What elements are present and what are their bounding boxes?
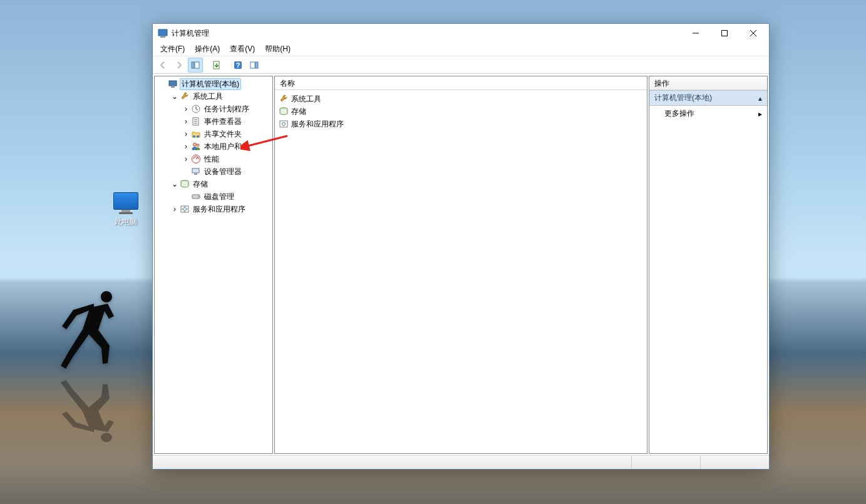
device-manager-icon [191,167,201,177]
collapse-icon[interactable]: ⌄ [170,92,180,101]
expand-icon[interactable]: › [181,105,191,113]
computer-management-window: 计算机管理 文件(F) 操作(A) 查看(V) 帮助(H) ? [152,23,770,470]
chevron-right-icon: ▸ [758,110,762,118]
computer-icon [168,79,178,89]
menubar: 文件(F) 操作(A) 查看(V) 帮助(H) [153,43,769,56]
desktop-icon-label: 此电脑 [110,217,142,227]
svg-point-22 [193,143,196,146]
svg-rect-12 [255,62,258,68]
titlebar[interactable]: 计算机管理 [153,24,769,43]
wallpaper-runner-silhouette [50,282,125,382]
list-item[interactable]: 服务和应用程序 [279,118,643,130]
app-icon [158,28,168,38]
users-icon [191,141,201,152]
list-item-label: 系统工具 [291,94,321,105]
statusbar [153,455,769,469]
window-body: ▾ 计算机管理(本地) ⌄ 系统工具 › 任务计划程序 [153,74,769,455]
navigation-tree-pane[interactable]: ▾ 计算机管理(本地) ⌄ 系统工具 › 任务计划程序 [154,76,273,454]
svg-rect-13 [169,81,177,86]
menu-help[interactable]: 帮助(H) [260,43,296,56]
tree-disk-management[interactable]: › 磁盘管理 [155,190,272,203]
svg-rect-34 [280,121,287,127]
clock-icon [191,104,201,114]
wrench-icon [180,91,190,101]
svg-point-21 [197,135,199,138]
tree-event-viewer[interactable]: › 事件查看器 [155,115,272,128]
tree-local-users-and-groups[interactable]: › 本地用户和组 [155,140,272,153]
minimize-button[interactable] [681,24,710,43]
export-list-button[interactable] [209,58,224,73]
expand-icon[interactable]: › [170,205,180,213]
collapse-icon[interactable]: ⌄ [170,180,180,188]
show-hide-tree-button[interactable] [188,58,203,73]
menu-action[interactable]: 操作(A) [190,43,225,56]
list-item[interactable]: 存储 [279,105,643,118]
actions-header: 操作 [649,76,767,90]
tree-storage[interactable]: ⌄ 存储 [155,178,272,190]
svg-rect-0 [158,29,167,36]
close-button[interactable] [739,24,768,43]
svg-point-23 [197,144,199,147]
show-hide-action-pane-button[interactable] [247,58,262,73]
expand-icon[interactable]: › [181,130,191,138]
tree-system-tools[interactable]: ⌄ 系统工具 [155,90,272,103]
monitor-icon [113,192,138,210]
expand-icon[interactable]: › [181,142,191,151]
help-button[interactable]: ? [230,58,245,73]
list-item-label: 服务和应用程序 [291,119,344,130]
services-icon [279,119,289,129]
shared-folder-icon [191,129,201,139]
svg-rect-6 [192,62,194,68]
tree-shared-folders[interactable]: › 共享文件夹 [155,128,272,140]
svg-rect-11 [250,62,255,68]
svg-rect-26 [192,168,199,173]
wrench-icon [279,94,289,104]
list-item[interactable]: 系统工具 [279,93,643,105]
actions-section-header[interactable]: 计算机管理(本地) ▴ [649,90,767,106]
forward-button[interactable] [172,58,187,73]
actions-pane: 操作 计算机管理(本地) ▴ 更多操作 ▸ [649,76,768,454]
wallpaper-runner-reflection [50,389,125,450]
status-cell [700,456,769,469]
disk-icon [191,192,201,202]
svg-rect-1 [160,36,165,38]
event-log-icon [191,116,201,126]
details-pane[interactable]: 名称 系统工具 存储 服务和应用程序 [274,76,647,454]
list-item-label: 存储 [291,106,306,117]
tree-services-and-applications[interactable]: › 服务和应用程序 [155,203,272,215]
tree-task-scheduler[interactable]: › 任务计划程序 [155,103,272,115]
toolbar: ? [153,56,769,74]
svg-rect-3 [722,31,728,36]
services-icon [180,204,190,214]
window-title: 计算机管理 [172,28,209,39]
svg-rect-14 [171,86,175,88]
performance-icon [191,154,201,164]
tree-label: 计算机管理(本地) [180,78,241,90]
column-header-name[interactable]: 名称 [275,76,647,90]
expand-icon[interactable]: › [181,117,191,126]
tree-device-manager[interactable]: › 设备管理器 [155,165,272,178]
svg-text:?: ? [236,61,240,69]
svg-rect-7 [195,62,199,68]
svg-rect-27 [194,173,197,175]
storage-icon [180,179,190,189]
desktop-background: 此电脑 计算机管理 文件(F) 操作(A) 查看(V) 帮助(H) [0,0,866,504]
actions-more[interactable]: 更多操作 ▸ [649,106,767,121]
expand-icon[interactable]: › [181,155,191,163]
tree-performance[interactable]: › 性能 [155,153,272,165]
svg-point-30 [198,196,199,197]
menu-view[interactable]: 查看(V) [225,43,260,56]
tree-root-computer-management[interactable]: ▾ 计算机管理(本地) [155,78,272,90]
svg-point-20 [193,135,195,138]
storage-icon [279,106,289,116]
collapse-triangle-icon: ▴ [758,94,762,103]
status-cell [153,456,631,469]
status-cell [631,456,700,469]
desktop-icon-this-pc[interactable]: 此电脑 [110,192,142,227]
menu-file[interactable]: 文件(F) [155,43,190,56]
back-button[interactable] [155,58,170,73]
maximize-button[interactable] [710,24,739,43]
